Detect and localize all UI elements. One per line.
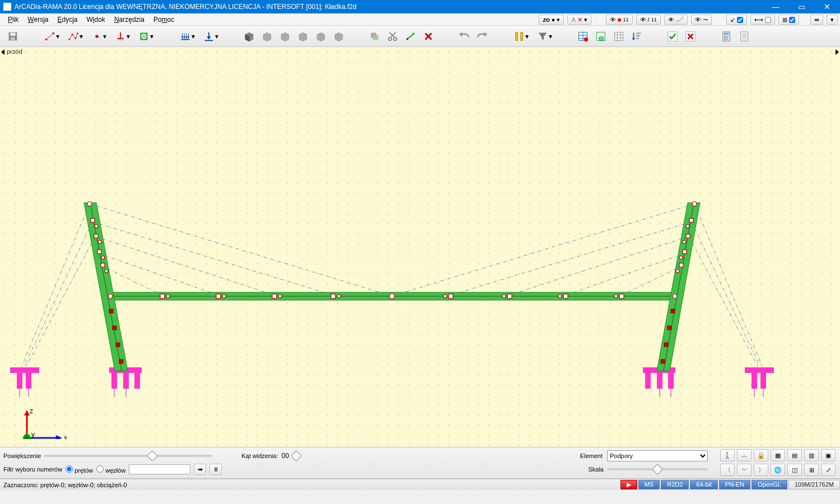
delete-icon[interactable]	[420, 28, 437, 45]
check-ok-icon[interactable]	[664, 28, 681, 45]
radio-pretow[interactable]: prętów	[66, 465, 93, 474]
draw-node-icon[interactable]: ▾	[87, 28, 110, 45]
nav-button-grid: 🚶 ︿ 🔒 ▦ ▤ ▥ ▣ 〈 ﹀ 〉 🌐 ◫ ⊞ ⤢	[720, 449, 837, 477]
report-icon[interactable]	[736, 28, 753, 45]
menu-plik[interactable]: Plik	[3, 15, 23, 25]
mirror-button[interactable]: ⇹	[810, 15, 823, 25]
measure-icon[interactable]: ▾	[510, 28, 532, 45]
cube-2-icon[interactable]	[259, 28, 276, 45]
svg-line-115	[692, 222, 760, 366]
cube-4-icon[interactable]	[295, 28, 311, 45]
menu-edycja[interactable]: Edycja	[53, 15, 82, 25]
status-ms[interactable]: MS	[638, 480, 660, 489]
svg-rect-94	[752, 373, 757, 389]
sort-icon[interactable]	[628, 28, 645, 45]
svg-rect-160	[664, 343, 668, 347]
checkbox-1[interactable]: ↙	[726, 15, 747, 25]
draw-member-icon[interactable]: ▾	[40, 28, 63, 45]
nav-g3-icon[interactable]: ⊞	[804, 464, 819, 476]
paste-icon[interactable]: +	[402, 28, 419, 45]
radio-wezlow[interactable]: węzłów	[96, 465, 125, 474]
view3d-icon[interactable]: 3D	[592, 28, 609, 45]
nav-right-icon[interactable]: 〉	[754, 464, 768, 476]
eye-path[interactable]: 👁 ⤳	[691, 15, 712, 25]
status-r2d2[interactable]: R2D2	[661, 480, 689, 489]
ax-button[interactable]: A✕ ▾	[567, 15, 591, 25]
zo-dropdown[interactable]: zo ● ▾	[539, 15, 564, 25]
bottom-panel: Powiększenie Kąt widzenia: 00 Element Po…	[0, 447, 840, 479]
grid-icon[interactable]	[610, 28, 627, 45]
cube-6-icon[interactable]	[330, 28, 347, 45]
scale-slider[interactable]	[607, 468, 708, 470]
load-point-icon[interactable]: ▾	[199, 28, 222, 45]
frame-tool-icon[interactable]: ▾	[134, 28, 157, 45]
zoom-slider[interactable]	[44, 455, 212, 457]
nav-grid2-icon[interactable]: ▤	[787, 449, 802, 461]
menu-widok[interactable]: Widok	[82, 15, 110, 25]
menubar-right-controls: zo ● ▾ A✕ ▾ 👁 ■11 👁 /11 👁 📈 👁 ⤳ ↙ ⟷ ⊞ ⇹ …	[539, 13, 838, 26]
load-distributed-icon[interactable]: ▾	[176, 28, 198, 45]
maximize-button[interactable]: ▭	[788, 0, 814, 13]
element-combo[interactable]: Podpory	[607, 450, 708, 461]
eye-slash-11[interactable]: 👁 /11	[636, 15, 661, 25]
svg-rect-147	[116, 343, 120, 347]
support-tool-icon[interactable]: ▾	[111, 28, 133, 45]
status-pnen[interactable]: PN-EN	[719, 480, 750, 489]
nav-g2-icon[interactable]: ◫	[787, 464, 802, 476]
nav-lock-icon[interactable]: 🔒	[754, 449, 768, 461]
nav-g4-icon[interactable]: ⤢	[821, 464, 836, 476]
scroll-right-icon[interactable]	[836, 49, 839, 55]
nav-down-icon[interactable]: ﹀	[737, 464, 752, 476]
main-toolbar: ▾ ▾ ▾ ▾ ▾ ▾ ▾ + ▾ ▾ 3D	[0, 26, 840, 47]
eye-chart[interactable]: 👁 📈	[664, 15, 688, 25]
checkbox-2[interactable]: ⟷	[750, 15, 775, 25]
checkbox-3[interactable]: ⊞	[778, 15, 799, 25]
redo-icon[interactable]	[474, 28, 491, 45]
svg-line-102	[92, 222, 333, 295]
svg-marker-29	[207, 36, 211, 40]
filter-icon[interactable]: ▾	[533, 28, 556, 45]
draw-polyline-icon[interactable]: ▾	[64, 28, 86, 45]
nav-person-icon[interactable]: 🚶	[720, 449, 735, 461]
status-64bit[interactable]: 64-bit	[690, 480, 718, 489]
angle-slider[interactable]	[292, 455, 300, 457]
nav-left-icon[interactable]: 〈	[720, 464, 735, 476]
status-record[interactable]: ▶	[620, 480, 637, 489]
copy-icon[interactable]	[366, 28, 383, 45]
filter-input[interactable]	[129, 464, 190, 474]
menu-wersja[interactable]: Wersja	[23, 15, 53, 25]
save-icon[interactable]	[4, 28, 21, 45]
svg-rect-128	[449, 294, 453, 298]
nav-globe-icon[interactable]: 🌐	[771, 464, 785, 476]
menu-pomoc[interactable]: Pomoc	[149, 15, 179, 25]
svg-point-156	[676, 269, 679, 273]
angle-label: Kąt widzenia:	[241, 452, 278, 459]
filter-go-button[interactable]: ➡	[194, 464, 206, 475]
model-viewport[interactable]: przód	[0, 47, 840, 447]
cube-3-icon[interactable]	[277, 28, 293, 45]
check-fail-icon[interactable]	[682, 28, 699, 45]
nav-grid3-icon[interactable]: ▥	[804, 449, 819, 461]
eye-dot-11[interactable]: 👁 ■11	[606, 15, 633, 25]
svg-rect-159	[668, 326, 671, 330]
close-button[interactable]: ✕	[814, 0, 840, 13]
cube-5-icon[interactable]	[312, 28, 329, 45]
support-pylon-right	[643, 367, 675, 397]
svg-point-9	[77, 32, 78, 34]
table-icon[interactable]	[575, 28, 591, 45]
cube-front-icon[interactable]	[241, 28, 258, 45]
dropdown-last[interactable]: ▾	[827, 15, 838, 25]
status-opengl[interactable]: OpenGL	[752, 480, 787, 489]
calculator-icon[interactable]	[718, 28, 735, 45]
undo-icon[interactable]	[456, 28, 473, 45]
filter-pause-button[interactable]: ⏸	[209, 464, 222, 475]
filter-label: Filtr wyboru numerów	[3, 466, 62, 473]
cut-icon[interactable]	[384, 28, 401, 45]
menu-narzedzia[interactable]: Narzędzia	[110, 15, 149, 25]
nav-grid4-icon[interactable]: ▣	[821, 449, 836, 461]
minimize-button[interactable]: —	[763, 0, 788, 13]
nav-up-icon[interactable]: ︿	[737, 449, 752, 461]
svg-line-35	[390, 32, 395, 37]
svg-rect-151	[689, 218, 693, 222]
nav-grid1-icon[interactable]: ▦	[771, 449, 785, 461]
